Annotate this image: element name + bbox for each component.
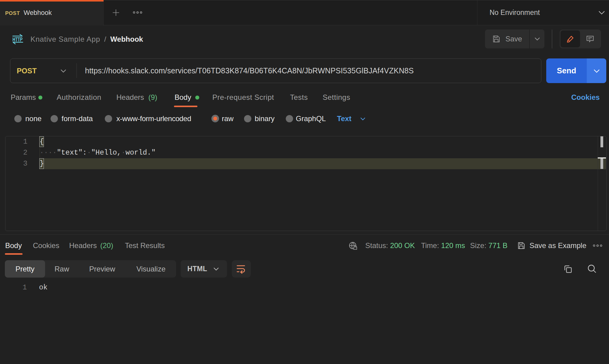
svg-text:HTTP: HTTP bbox=[12, 36, 23, 43]
